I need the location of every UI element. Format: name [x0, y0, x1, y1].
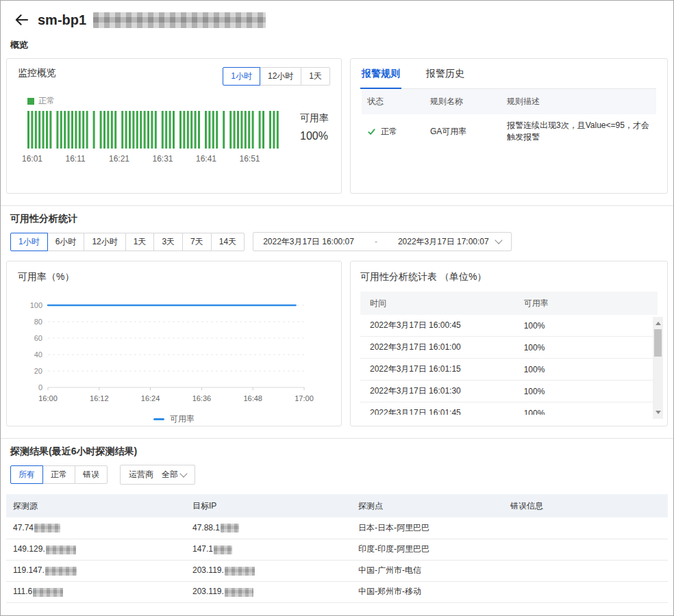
probe-source: 119.147.: [13, 565, 45, 575]
availability-stat-label: 可用率: [300, 112, 329, 125]
normal-status-label: 正常: [38, 95, 55, 107]
rule-name: GA可用率: [425, 114, 501, 149]
availability-section-title: 可用性分析统计: [10, 213, 673, 225]
redacted-ip: [214, 546, 232, 554]
col-rule-desc: 规则描述: [501, 89, 656, 114]
availability-line-chart: 02040608010016:0016:1216:2416:3616:4817:…: [18, 287, 332, 409]
range-button-12h[interactable]: 12小时: [260, 67, 301, 86]
series-swatch: [153, 418, 164, 420]
error-info: [503, 517, 668, 539]
tab-alarm-history[interactable]: 报警历史: [426, 59, 464, 88]
back-button[interactable]: [13, 12, 29, 28]
normal-status-swatch: [27, 98, 34, 105]
svg-text:16:36: 16:36: [192, 394, 212, 402]
svg-text:16:12: 16:12: [90, 394, 109, 402]
availability-row: 可用率（%） 02040608010016:0016:1216:2416:361…: [6, 261, 668, 426]
avail-range-3d[interactable]: 3天: [153, 233, 183, 251]
svg-text:40: 40: [34, 350, 42, 359]
availability-stat: 可用率 100%: [300, 111, 330, 165]
alarm-card: 报警规则 报警历史 状态 规则名称 规则描述: [350, 58, 668, 194]
strip-x-tick: 16:41: [196, 154, 216, 164]
target-ip: 147.1: [192, 544, 213, 554]
target-ip: 203.119.: [192, 587, 224, 596]
col-availability: 可用率: [524, 298, 658, 309]
avail-range-14d[interactable]: 14天: [211, 233, 245, 251]
filter-error[interactable]: 错误: [75, 465, 108, 484]
probe-row: 149.129. 147.1 印度-印度-阿里巴巴: [6, 539, 668, 560]
redacted-ip: [33, 588, 63, 597]
carrier-value: 全部: [162, 469, 178, 480]
chevron-down-icon: [495, 236, 502, 244]
col-target-ip: 目标IP: [186, 494, 351, 517]
target-ip: 203.119.: [192, 565, 224, 575]
instance-name-prefix: sm-bp1: [38, 12, 86, 28]
strip-x-tick: 16:11: [66, 154, 86, 164]
svg-text:16:24: 16:24: [141, 394, 160, 402]
range-button-1h[interactable]: 1小时: [223, 67, 260, 86]
col-probe-source: 探测源: [6, 494, 186, 517]
svg-text:80: 80: [34, 318, 42, 326]
chart-title: 可用率（%）: [18, 271, 330, 283]
table-row: 2022年3月17日 16:00:45 100%: [360, 315, 658, 337]
scrollbar-thumb[interactable]: [654, 329, 662, 357]
col-probe-point: 探测点: [351, 494, 503, 517]
avail-range-7d[interactable]: 7天: [182, 233, 212, 251]
availability-table-body: 2022年3月17日 16:00:45 100% 2022年3月17日 16:0…: [360, 315, 658, 415]
alarm-rule-row: 正常 GA可用率 报警连续出现3次，且Value<=95，才会触发报警: [362, 114, 656, 149]
error-info: [503, 581, 668, 602]
probe-source: 111.6: [13, 587, 32, 596]
scroll-down-icon[interactable]: [656, 411, 661, 414]
probe-row: 111.6 203.119. 中国-郑州市-移动: [6, 581, 668, 602]
carrier-label: 运营商: [129, 469, 153, 480]
date-range-picker[interactable]: 2022年3月17日 16:00:07 - 2022年3月17日 17:00:0…: [253, 232, 512, 251]
svg-text:16:00: 16:00: [38, 394, 58, 402]
svg-text:16:48: 16:48: [243, 394, 262, 402]
scroll-up-icon[interactable]: [656, 322, 661, 325]
probe-source: 47.74: [13, 523, 34, 532]
probe-filter-group: 所有 正常 错误: [10, 465, 108, 484]
probe-results-table: 探测源 目标IP 探测点 错误信息 47.74 47.88.1 日本-日本-阿里…: [6, 494, 668, 603]
row-time: 2022年3月17日 16:01:30: [360, 385, 524, 397]
series-label: 可用率: [170, 413, 195, 425]
error-info: [503, 539, 668, 560]
redacted-ip: [45, 567, 77, 576]
alarm-table-header: 状态 规则名称 规则描述: [362, 89, 656, 114]
page-header: sm-bp1: [1, 1, 673, 32]
rule-status: 正常: [381, 126, 397, 138]
error-info: [503, 560, 668, 581]
overview-row: 监控概览 1小时 12小时 1天 正常 16:0116:1116:2116:31…: [6, 58, 668, 194]
redacted-ip: [221, 524, 239, 532]
chevron-down-icon: [179, 470, 187, 477]
row-value: 100%: [524, 387, 658, 396]
redacted-ip: [225, 588, 253, 597]
target-ip: 47.88.1: [192, 523, 220, 532]
availability-table-card: 可用性分析统计表 （单位%） 时间 可用率 2022年3月17日 16:00:4…: [350, 261, 668, 426]
availability-table-header: 时间 可用率: [360, 292, 658, 315]
status-strip-chart: 16:0116:1116:2116:3116:4116:51: [27, 111, 282, 165]
row-time: 2022年3月17日 16:01:45: [360, 407, 524, 415]
monitor-overview-card: 监控概览 1小时 12小时 1天 正常 16:0116:1116:2116:31…: [6, 58, 342, 194]
avail-range-1d[interactable]: 1天: [125, 233, 155, 251]
probe-row: 119.147. 203.119. 中国-广州市-电信: [6, 560, 668, 581]
redacted-ip: [46, 546, 76, 554]
table-scrollbar[interactable]: [653, 317, 663, 419]
tab-alarm-rules[interactable]: 报警规则: [362, 59, 400, 88]
overview-range-group: 1小时 12小时 1天: [223, 67, 330, 86]
avail-range-12h[interactable]: 12小时: [84, 233, 125, 251]
svg-text:0: 0: [38, 383, 42, 392]
avail-range-1h[interactable]: 1小时: [10, 233, 48, 251]
range-button-1d[interactable]: 1天: [301, 67, 330, 86]
probe-controls: 所有 正常 错误 运营商 全部: [10, 465, 668, 485]
strip-x-tick: 16:01: [22, 154, 42, 164]
availability-table-title: 可用性分析统计表 （单位%）: [360, 271, 658, 283]
redacted-ip: [34, 524, 60, 532]
filter-all[interactable]: 所有: [10, 465, 43, 484]
filter-normal[interactable]: 正常: [42, 465, 75, 484]
rule-description: 报警连续出现3次，且Value<=95，才会触发报警: [501, 114, 656, 149]
table-row: 2022年3月17日 16:01:15 100%: [360, 359, 658, 381]
svg-text:60: 60: [34, 334, 42, 342]
svg-text:20: 20: [34, 367, 42, 375]
avail-range-6h[interactable]: 6小时: [47, 233, 85, 251]
line-chart-legend: 可用率: [18, 413, 330, 425]
carrier-dropdown[interactable]: 运营商 全部: [120, 465, 195, 485]
